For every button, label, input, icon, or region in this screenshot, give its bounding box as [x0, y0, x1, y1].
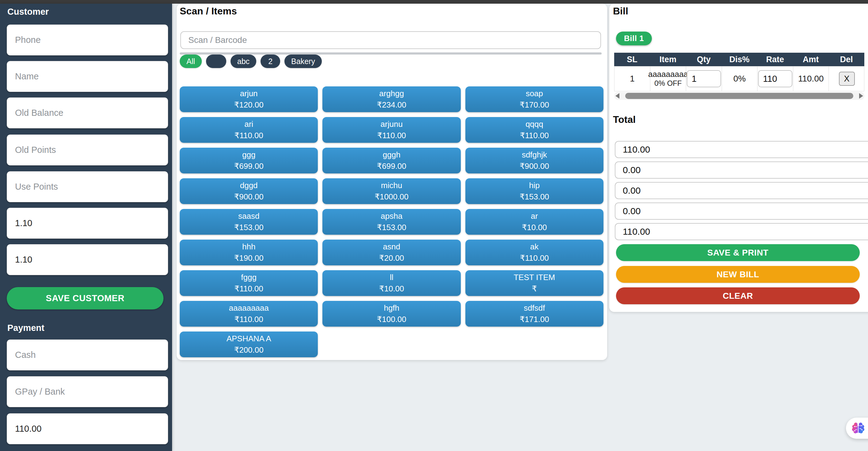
item-button-ll[interactable]: ll₹10.00 — [322, 270, 461, 296]
item-button-apsha[interactable]: apsha₹153.00 — [322, 209, 461, 235]
item-button-test-item[interactable]: TEST ITEM₹ — [465, 270, 603, 296]
item-name: gggh — [383, 149, 401, 160]
cell-rate — [757, 66, 793, 91]
item-price: ₹699.00 — [234, 160, 264, 172]
category-pill-2[interactable]: 2 — [260, 55, 280, 68]
scroll-left-arrow-icon[interactable] — [615, 93, 619, 99]
item-button-apshana-a[interactable]: APSHANA A₹200.00 — [180, 332, 318, 357]
rate-input[interactable] — [758, 70, 793, 87]
item-name: ar — [531, 210, 538, 222]
points-earned-field[interactable] — [7, 208, 168, 239]
item-button-asnd[interactable]: asnd₹20.00 — [322, 240, 461, 265]
category-scrollbar[interactable] — [180, 52, 601, 55]
cash-field[interactable] — [7, 339, 168, 370]
item-price: ₹110.00 — [520, 252, 549, 264]
cell-dis: 0% — [722, 66, 757, 91]
points-total-field[interactable] — [7, 244, 168, 275]
item-button-hgfh[interactable]: hgfh₹100.00 — [322, 301, 461, 327]
new-bill-button[interactable]: NEW BILL — [616, 266, 860, 283]
total-input-1[interactable] — [615, 141, 868, 158]
gpay-bank-field[interactable] — [7, 376, 168, 407]
bill-tab-1[interactable]: Bill 1 — [616, 32, 652, 46]
item-button-aaaaaaaaa[interactable]: aaaaaaaaa₹110.00 — [180, 301, 318, 327]
customer-heading: Customer — [7, 7, 49, 17]
category-pill-abc[interactable]: abc — [230, 55, 256, 68]
item-button-ari[interactable]: ari₹110.00 — [180, 117, 318, 143]
item-button-qqqq[interactable]: qqqq₹110.00 — [465, 117, 603, 143]
bill-panel: Bill Bill 1 SLItemQtyDis%RateAmtDel 1 aa… — [609, 4, 868, 312]
item-price: ₹900.00 — [520, 160, 549, 172]
item-name: qqqq — [525, 119, 543, 130]
item-button-fggg[interactable]: fggg₹110.00 — [180, 270, 318, 296]
item-button-hip[interactable]: hip₹153.00 — [465, 178, 603, 204]
category-pill-bakery[interactable]: Bakery — [284, 55, 322, 68]
bill-header-item: Item — [650, 53, 686, 66]
item-button-sdfghjk[interactable]: sdfghjk₹900.00 — [465, 148, 603, 173]
item-price: ₹1000.00 — [375, 191, 409, 203]
item-button-michu[interactable]: michu₹1000.00 — [322, 178, 461, 204]
save-print-button[interactable]: SAVE & PRINT — [616, 244, 860, 261]
item-price: ₹100.00 — [377, 314, 406, 325]
use-points-field[interactable] — [7, 171, 168, 202]
item-name: ak — [530, 241, 538, 252]
clear-button[interactable]: CLEAR — [616, 288, 860, 304]
item-button-saasd[interactable]: saasd₹153.00 — [180, 209, 318, 235]
item-price: ₹170.00 — [520, 99, 549, 111]
total-input-4[interactable] — [615, 203, 868, 220]
scan-items-panel: Scan / Items Allabc2Bakery arjun₹120.00a… — [177, 4, 607, 360]
item-name: saasd — [238, 210, 259, 222]
item-name: ari — [244, 119, 253, 130]
item-price: ₹110.00 — [235, 130, 263, 141]
cell-amt: 110.00 — [793, 66, 829, 91]
qty-input[interactable] — [687, 70, 721, 87]
total-input-3[interactable] — [615, 182, 868, 199]
item-price: ₹ — [532, 283, 537, 295]
total-heading: Total — [613, 114, 636, 125]
item-name: arjun — [240, 88, 258, 99]
item-name: sdfghjk — [522, 149, 547, 160]
assistant-fab-button[interactable] — [846, 418, 868, 439]
item-button-sdfsdf[interactable]: sdfsdf₹171.00 — [465, 301, 603, 327]
old-balance-field[interactable] — [7, 97, 168, 128]
bill-table-row: 1 aaaaaaaaa 0% OFF 0% 110.00 X — [614, 66, 864, 91]
item-name: hhh — [242, 241, 255, 252]
total-input-2[interactable] — [615, 161, 868, 179]
phone-field[interactable] — [7, 25, 168, 56]
total-input-5[interactable] — [615, 223, 868, 240]
item-button-ar[interactable]: ar₹10.00 — [465, 209, 603, 235]
item-button-dggd[interactable]: dggd₹900.00 — [180, 178, 318, 204]
cell-del: X — [829, 66, 865, 91]
bill-header-rate: Rate — [757, 53, 793, 66]
category-pill-blank[interactable] — [206, 55, 226, 68]
item-grid: arjun₹120.00arghgg₹234.00soap₹170.00ari₹… — [180, 86, 603, 357]
scrollbar-thumb[interactable] — [625, 93, 853, 99]
brain-icon — [851, 421, 865, 435]
item-button-hhh[interactable]: hhh₹190.00 — [180, 240, 318, 265]
item-name: TEST ITEM — [514, 272, 555, 283]
item-price: ₹153.00 — [377, 222, 406, 233]
bill-header-dis: Dis% — [722, 53, 757, 66]
old-points-field[interactable] — [7, 134, 168, 166]
payment-total-field[interactable] — [7, 413, 168, 444]
scroll-right-arrow-icon[interactable] — [859, 93, 863, 99]
item-button-arghgg[interactable]: arghgg₹234.00 — [322, 86, 461, 112]
item-button-ggg[interactable]: ggg₹699.00 — [180, 148, 318, 173]
category-pill-all[interactable]: All — [180, 55, 202, 68]
bill-header-qty: Qty — [686, 53, 722, 66]
name-field[interactable] — [7, 61, 168, 92]
item-price: ₹699.00 — [377, 160, 406, 172]
bill-table: SLItemQtyDis%RateAmtDel 1 aaaaaaaaa 0% O… — [614, 53, 864, 91]
item-button-soap[interactable]: soap₹170.00 — [465, 86, 603, 112]
item-price: ₹153.00 — [234, 222, 264, 233]
item-button-gggh[interactable]: gggh₹699.00 — [322, 148, 461, 173]
item-price: ₹153.00 — [520, 191, 549, 203]
item-button-ak[interactable]: ak₹110.00 — [465, 240, 603, 265]
item-name: soap — [526, 88, 543, 99]
scan-barcode-input[interactable] — [180, 31, 601, 49]
item-name: APSHANA A — [226, 333, 271, 344]
delete-row-button[interactable]: X — [839, 72, 855, 86]
item-price: ₹120.00 — [234, 99, 264, 111]
save-customer-button[interactable]: SAVE CUSTOMER — [7, 287, 163, 309]
item-button-arjunu[interactable]: arjunu₹110.00 — [322, 117, 461, 143]
item-button-arjun[interactable]: arjun₹120.00 — [180, 86, 318, 112]
